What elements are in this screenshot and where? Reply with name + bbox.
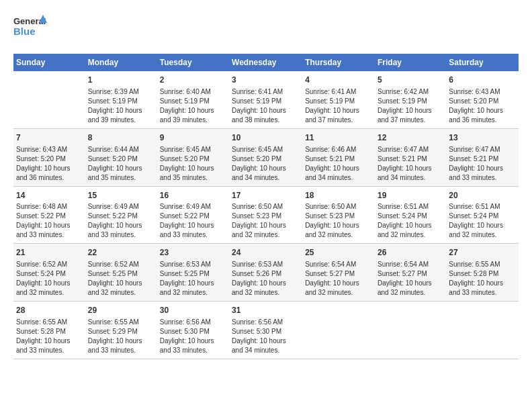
page-header: General Blue [13, 13, 519, 43]
day-number: 30 [160, 305, 226, 316]
calendar-row: 28Sunrise: 6:55 AM Sunset: 5:28 PM Dayli… [13, 302, 519, 359]
day-number: 26 [378, 247, 443, 259]
calendar-cell: 5Sunrise: 6:42 AM Sunset: 5:19 PM Daylig… [375, 71, 446, 128]
calendar-cell: 14Sunrise: 6:48 AM Sunset: 5:22 PM Dayli… [13, 186, 85, 244]
day-info: Sunrise: 6:42 AM Sunset: 5:19 PM Dayligh… [378, 87, 443, 125]
day-info: Sunrise: 6:55 AM Sunset: 5:29 PM Dayligh… [88, 318, 154, 355]
calendar-cell: 29Sunrise: 6:55 AM Sunset: 5:29 PM Dayli… [85, 302, 157, 359]
calendar-cell: 22Sunrise: 6:52 AM Sunset: 5:25 PM Dayli… [85, 244, 157, 302]
calendar-cell [302, 302, 375, 359]
day-info: Sunrise: 6:45 AM Sunset: 5:20 PM Dayligh… [232, 145, 300, 183]
calendar-cell: 21Sunrise: 6:52 AM Sunset: 5:24 PM Dayli… [13, 244, 85, 302]
day-number: 27 [449, 247, 516, 259]
day-info: Sunrise: 6:50 AM Sunset: 5:23 PM Dayligh… [305, 202, 372, 240]
calendar-cell: 31Sunrise: 6:56 AM Sunset: 5:30 PM Dayli… [229, 302, 302, 359]
calendar-row: 7Sunrise: 6:43 AM Sunset: 5:20 PM Daylig… [13, 128, 519, 186]
logo: General Blue [13, 13, 47, 43]
calendar-cell: 15Sunrise: 6:49 AM Sunset: 5:22 PM Dayli… [85, 186, 157, 244]
day-info: Sunrise: 6:41 AM Sunset: 5:19 PM Dayligh… [305, 87, 372, 125]
day-info: Sunrise: 6:55 AM Sunset: 5:28 PM Dayligh… [16, 318, 83, 355]
day-number: 24 [232, 247, 300, 259]
day-number: 17 [232, 190, 300, 201]
calendar-cell: 12Sunrise: 6:47 AM Sunset: 5:21 PM Dayli… [375, 128, 446, 186]
day-info: Sunrise: 6:43 AM Sunset: 5:20 PM Dayligh… [16, 145, 83, 183]
day-number: 11 [305, 132, 372, 144]
calendar-cell: 10Sunrise: 6:45 AM Sunset: 5:20 PM Dayli… [229, 128, 302, 186]
day-info: Sunrise: 6:56 AM Sunset: 5:30 PM Dayligh… [160, 318, 226, 355]
day-number: 23 [160, 247, 226, 259]
day-number: 1 [88, 75, 154, 86]
day-number: 2 [160, 75, 226, 86]
day-info: Sunrise: 6:49 AM Sunset: 5:22 PM Dayligh… [88, 202, 154, 240]
calendar-row: 1Sunrise: 6:39 AM Sunset: 5:19 PM Daylig… [13, 71, 519, 128]
day-info: Sunrise: 6:53 AM Sunset: 5:25 PM Dayligh… [160, 260, 226, 298]
day-number: 12 [378, 132, 443, 144]
day-info: Sunrise: 6:48 AM Sunset: 5:22 PM Dayligh… [16, 202, 83, 240]
calendar-cell: 19Sunrise: 6:51 AM Sunset: 5:24 PM Dayli… [375, 186, 446, 244]
calendar-table: SundayMondayTuesdayWednesdayThursdayFrid… [13, 54, 519, 359]
calendar-cell: 20Sunrise: 6:51 AM Sunset: 5:24 PM Dayli… [446, 186, 519, 244]
day-number: 22 [88, 247, 154, 259]
logo-icon: General Blue [13, 13, 47, 43]
calendar-cell: 17Sunrise: 6:50 AM Sunset: 5:23 PM Dayli… [229, 186, 302, 244]
day-info: Sunrise: 6:45 AM Sunset: 5:20 PM Dayligh… [160, 145, 226, 183]
day-info: Sunrise: 6:47 AM Sunset: 5:21 PM Dayligh… [378, 145, 443, 183]
weekday-header: Saturday [446, 54, 519, 71]
day-info: Sunrise: 6:52 AM Sunset: 5:24 PM Dayligh… [16, 260, 83, 298]
day-info: Sunrise: 6:47 AM Sunset: 5:21 PM Dayligh… [449, 145, 516, 183]
day-number: 31 [232, 305, 300, 316]
day-info: Sunrise: 6:44 AM Sunset: 5:20 PM Dayligh… [88, 145, 154, 183]
calendar-row: 14Sunrise: 6:48 AM Sunset: 5:22 PM Dayli… [13, 186, 519, 244]
calendar-cell: 16Sunrise: 6:49 AM Sunset: 5:22 PM Dayli… [157, 186, 229, 244]
day-number: 28 [16, 305, 83, 316]
day-number: 21 [16, 247, 83, 259]
day-info: Sunrise: 6:51 AM Sunset: 5:24 PM Dayligh… [449, 202, 516, 240]
day-number: 29 [88, 305, 154, 316]
calendar-cell [446, 302, 519, 359]
weekday-header: Wednesday [229, 54, 302, 71]
day-number: 5 [378, 75, 443, 86]
day-number: 8 [88, 132, 154, 144]
calendar-cell: 13Sunrise: 6:47 AM Sunset: 5:21 PM Dayli… [446, 128, 519, 186]
weekday-header: Thursday [302, 54, 375, 71]
day-info: Sunrise: 6:56 AM Sunset: 5:30 PM Dayligh… [232, 318, 300, 355]
calendar-cell: 23Sunrise: 6:53 AM Sunset: 5:25 PM Dayli… [157, 244, 229, 302]
day-number: 3 [232, 75, 300, 86]
day-number: 6 [449, 75, 516, 86]
day-number: 16 [160, 190, 226, 201]
day-info: Sunrise: 6:51 AM Sunset: 5:24 PM Dayligh… [378, 202, 443, 240]
day-info: Sunrise: 6:50 AM Sunset: 5:23 PM Dayligh… [232, 202, 300, 240]
day-info: Sunrise: 6:41 AM Sunset: 5:19 PM Dayligh… [232, 87, 300, 125]
day-info: Sunrise: 6:39 AM Sunset: 5:19 PM Dayligh… [88, 87, 154, 125]
calendar-cell: 1Sunrise: 6:39 AM Sunset: 5:19 PM Daylig… [85, 71, 157, 128]
weekday-header: Sunday [13, 54, 85, 71]
day-number: 25 [305, 247, 372, 259]
day-info: Sunrise: 6:46 AM Sunset: 5:21 PM Dayligh… [305, 145, 372, 183]
calendar-row: 21Sunrise: 6:52 AM Sunset: 5:24 PM Dayli… [13, 244, 519, 302]
weekday-header: Friday [375, 54, 446, 71]
weekday-header: Tuesday [157, 54, 229, 71]
calendar-cell: 24Sunrise: 6:53 AM Sunset: 5:26 PM Dayli… [229, 244, 302, 302]
day-number: 10 [232, 132, 300, 144]
day-number: 15 [88, 190, 154, 201]
day-number: 4 [305, 75, 372, 86]
day-info: Sunrise: 6:54 AM Sunset: 5:27 PM Dayligh… [378, 260, 443, 298]
calendar-header-row: SundayMondayTuesdayWednesdayThursdayFrid… [13, 54, 519, 71]
day-number: 19 [378, 190, 443, 201]
calendar-cell: 8Sunrise: 6:44 AM Sunset: 5:20 PM Daylig… [85, 128, 157, 186]
calendar-cell: 2Sunrise: 6:40 AM Sunset: 5:19 PM Daylig… [157, 71, 229, 128]
calendar-cell: 28Sunrise: 6:55 AM Sunset: 5:28 PM Dayli… [13, 302, 85, 359]
calendar-cell: 3Sunrise: 6:41 AM Sunset: 5:19 PM Daylig… [229, 71, 302, 128]
day-number: 9 [160, 132, 226, 144]
calendar-cell: 9Sunrise: 6:45 AM Sunset: 5:20 PM Daylig… [157, 128, 229, 186]
calendar-cell: 26Sunrise: 6:54 AM Sunset: 5:27 PM Dayli… [375, 244, 446, 302]
day-number: 13 [449, 132, 516, 144]
calendar-cell: 25Sunrise: 6:54 AM Sunset: 5:27 PM Dayli… [302, 244, 375, 302]
day-info: Sunrise: 6:49 AM Sunset: 5:22 PM Dayligh… [160, 202, 226, 240]
weekday-header: Monday [85, 54, 157, 71]
calendar-cell: 30Sunrise: 6:56 AM Sunset: 5:30 PM Dayli… [157, 302, 229, 359]
calendar-cell: 6Sunrise: 6:43 AM Sunset: 5:20 PM Daylig… [446, 71, 519, 128]
calendar-cell: 7Sunrise: 6:43 AM Sunset: 5:20 PM Daylig… [13, 128, 85, 186]
day-number: 14 [16, 190, 83, 201]
day-info: Sunrise: 6:52 AM Sunset: 5:25 PM Dayligh… [88, 260, 154, 298]
